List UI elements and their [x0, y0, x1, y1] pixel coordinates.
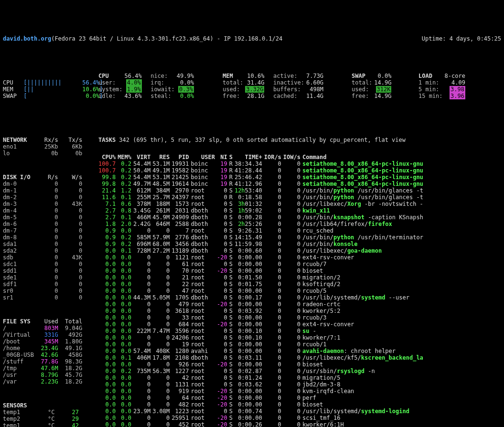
process-row: 0.00.023.9M3.08M1223root 0S0:00.7400/usr…	[98, 408, 425, 415]
process-row: 7.10.6378M188M1573root 0S3h01:3200/usr/l…	[98, 201, 425, 207]
summary-row: CPU [|||||||||| 56.4%] MEM [|| 10.6%] SW…	[3, 66, 501, 99]
fs-panel: FILE SYS Used Total / 803M 9.04G /Virtua…	[3, 318, 98, 385]
process-row: 0.00.1406M17.8M2108dboth 0S0:03.1100/usr…	[98, 354, 425, 361]
process-row: 0.00.00022root 0S0:01.7500ksoftirqd/2	[98, 281, 425, 288]
swap-bar-pct: 0.0%	[86, 93, 99, 99]
process-row: 0.00.057.4M408K1280avahi 0S0:00.0000avah…	[98, 348, 425, 354]
process-row: 0.90.2696M68.0M3456dboth 0S11:59.9800/us…	[98, 241, 425, 247]
uptime: 4 days, 0:45:25	[450, 35, 501, 42]
load-block: LOAD8-core 1 min:4.09 5 min:3.98 15 min:…	[418, 73, 467, 99]
sensors-panel: SENSORS temp1 °C 27 temp2 °C 29 temp1 °C…	[3, 402, 98, 427]
process-row: 99.80.254.4M53.1M21425boinc 19R25:46.420…	[98, 174, 425, 181]
swap-block: SWAP0.0% total:14.9G used:312K free:14.9…	[352, 73, 418, 99]
process-row: 0.00.000919root -20S0:00.0000kvm-irqfd-c…	[98, 388, 425, 395]
process-row: 0.00.0003618root 0S0:03.9200kworker/5:2	[98, 308, 425, 314]
tasks-panel: TASKS 342 (695 thr), 5 run, 337 slp, 0 o…	[98, 130, 501, 427]
header: david.both.org(Fedora 23 64bit / Linux 4…	[3, 35, 501, 42]
process-row: 11.60.1255M25.7M24397root 0R0:18.5800/us…	[98, 194, 425, 201]
process-row: 0.00.00070root -20S0:00.0000bioset	[98, 267, 425, 274]
process-row: 100.70.250.4M49.1M19582boinc 19R41:28.44…	[98, 167, 425, 174]
glances-screen: david.both.org(Fedora 23 64bit / Linux 4…	[0, 27, 504, 427]
process-row: 0.90.0007root 0S9:26.3100rcu_sched	[98, 227, 425, 234]
process-row: 0.00.00019root 0S0:00.0000rcuob/1	[98, 341, 425, 348]
cpu-block: CPU56.4% nice:49.9% user:4.0% irq:0.0% s…	[98, 73, 223, 99]
process-row: 2.70.83.45G261M2031dboth 0S1h59:0200kwin…	[98, 207, 425, 214]
disk-panel: DISK I/O R/s W/s dm-0 0 0 dm-1 0 0 dm-2 …	[3, 174, 98, 301]
process-row: 99.80.249.7M48.5M19614boinc 19R41:12.960…	[98, 181, 425, 187]
process-row: 0.00.00042root 0S0:01.2400migration/5	[98, 374, 425, 381]
body-row: NETWORK Rx/s Tx/s eno1 25Kb 6Kb lo 0b 0b…	[3, 130, 501, 427]
process-table: CPU%MEM%VIRTRESPIDUSERNISTIME+IOR/sIOW/s…	[98, 154, 425, 427]
process-row: 0.00.00064root -20S0:00.0000perf	[98, 395, 425, 401]
process-row: 0.00.00061root 0S0:00.0000rcuob/7	[98, 261, 425, 267]
cpu-bar-pct: 56.4%	[82, 79, 99, 86]
process-row: 0.00.000452root -20S0:00.2600kworker/6:1…	[98, 421, 425, 427]
process-row: 0.00.1728M27.2M13189dboth 0S0:00.6000/us…	[98, 247, 425, 254]
network-panel: NETWORK Rx/s Tx/s eno1 25Kb 6Kb lo 0b 0b	[3, 137, 98, 157]
hostname: david.both.org	[3, 35, 51, 42]
process-row: 0.00.0001131root 0S0:03.6200jbd2/dm-3-8	[98, 381, 425, 388]
process-row: 0.00.000482root -20S0:00.0000bioset	[98, 401, 425, 408]
bars: CPU [|||||||||| 56.4%] MEM [|| 10.6%] SW…	[3, 73, 98, 99]
mem-block: MEM10.6% active:7.73G total:31.4G inacti…	[223, 73, 352, 99]
process-row: 0.90.2585M57.9M2776dboth 0S14:15.4900/us…	[98, 234, 425, 241]
mem-bar-pct: 10.6%	[82, 86, 99, 93]
left-column: NETWORK Rx/s Tx/s eno1 25Kb 6Kb lo 0b 0b…	[3, 130, 98, 427]
process-row: 0.00.2735M56.3M1227root 0S0:02.8700/usr/…	[98, 368, 425, 374]
process-row: 0.00.00047root 0S0:00.0000rcuob/5	[98, 288, 425, 294]
ip: 192.168.0.1/24	[234, 35, 282, 42]
process-row: 0.00.044.3M5.05M1705dboth 0S0:00.1700/us…	[98, 294, 425, 301]
process-row: 2.70.1466M45.9M24909dboth 0S0:00.2800/us…	[98, 214, 425, 221]
process-row: 1.82.02.42G646M2588dboth 0S2h25:2600/usr…	[98, 221, 425, 227]
process-row: 0.00.0001121root -20S0:00.0000ext4-rsv-c…	[98, 254, 425, 261]
process-row: 0.00.0222M7.47M3596root 0S0:00.1000su -	[98, 328, 425, 334]
process-row: 0.00.000684root -20S0:00.0000ext4-rsv-co…	[98, 321, 425, 328]
process-row: 0.00.000479root -20S0:00.0000radeon-crtc	[98, 301, 425, 308]
process-row: 100.70.254.4M53.1M19931boinc 19R38:34.34…	[98, 160, 425, 167]
process-row: 0.00.000926root -20S0:00.0000bioset	[98, 361, 425, 368]
process-row: 21.41.2612M384M2970root 0S12h53:4000/usr…	[98, 187, 425, 194]
tasks-summary: 342 (695 thr), 5 run, 337 slp, 0 oth sor…	[119, 137, 406, 143]
process-row: 0.00.00025951root -20S0:00.0000scsi_tmf_…	[98, 415, 425, 421]
process-row: 0.00.00021root 0S0:01.5000migration/2	[98, 274, 425, 281]
process-row: 0.00.00024206root 0S0:00.1000kworker/7:1	[98, 334, 425, 341]
process-row: 0.00.00033root 0S0:00.0000rcuob/3	[98, 314, 425, 321]
